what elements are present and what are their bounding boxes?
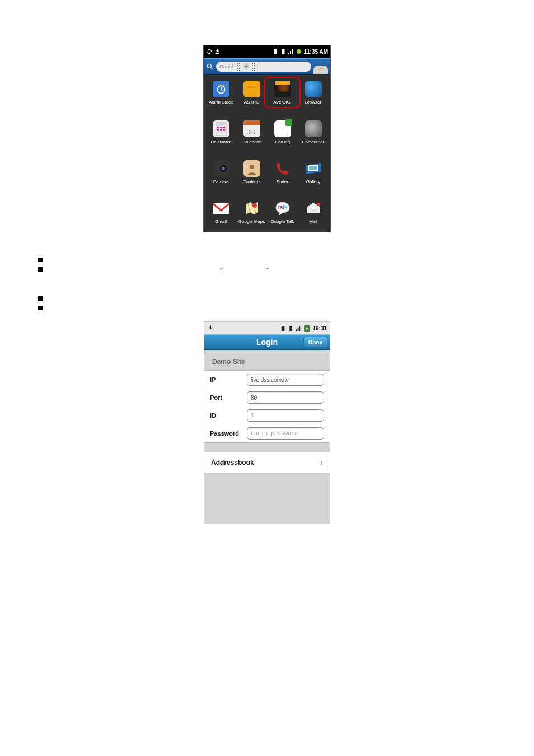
- battery-icon: [288, 325, 294, 332]
- svg-point-21: [252, 203, 257, 208]
- svg-rect-8: [220, 127, 222, 128]
- done-button[interactable]: Done: [303, 337, 327, 348]
- input-id[interactable]: 1: [247, 409, 324, 422]
- row-id: ID 1: [204, 407, 330, 424]
- login-form-screenshot: 19:31 Login Done Demo Site IP live.dss.c…: [204, 321, 330, 524]
- bullet-item: [38, 256, 534, 262]
- login-title-bar: Login Done: [204, 334, 330, 350]
- calculator-icon: [213, 120, 229, 137]
- search-bar[interactable]: Googl: [204, 58, 330, 75]
- app-label: Browser: [305, 100, 321, 105]
- app-label: Google Talk: [270, 219, 294, 224]
- gallery-icon: [305, 160, 322, 177]
- svg-text:talk: talk: [278, 204, 288, 211]
- app-label: Contacts: [243, 179, 261, 184]
- sync-icon: [206, 48, 213, 55]
- login-form-body: Demo Site IP live.dss.com.tw Port 80 ID …: [204, 350, 330, 524]
- app-calculator[interactable]: Calculator: [206, 120, 236, 144]
- app-call-log[interactable]: Call log: [268, 120, 297, 144]
- app-google-maps[interactable]: Google Maps: [237, 200, 266, 224]
- quote-open: “: [220, 267, 222, 274]
- title-text: Login: [256, 338, 278, 347]
- app-label: Gmail: [215, 219, 227, 224]
- averdigi-banner: MViewer: [275, 81, 290, 85]
- averdigi-icon: MViewer: [274, 81, 291, 97]
- sim-icon: [280, 325, 286, 332]
- calendar-day: 28: [243, 129, 260, 136]
- globe-icon: [305, 81, 322, 97]
- label-id: ID: [210, 412, 242, 419]
- app-gmail[interactable]: Gmail: [206, 200, 236, 224]
- app-contacts[interactable]: Contacts: [237, 160, 266, 184]
- instruction-bullets: “ ”: [38, 256, 534, 310]
- svg-rect-7: [217, 127, 219, 128]
- app-label: ASTRO: [244, 100, 260, 105]
- app-label: AVerDiGi: [273, 100, 291, 105]
- row-port: Port 80: [204, 389, 330, 407]
- svg-point-17: [250, 165, 254, 169]
- app-alarm-clock[interactable]: Alarm Clock: [206, 81, 236, 105]
- gps-icon: [296, 48, 302, 55]
- sim-icon: [272, 48, 279, 55]
- bullet-icon: [38, 296, 43, 301]
- bullet-icon: [38, 306, 43, 310]
- app-dialer[interactable]: Dialer: [268, 160, 297, 184]
- app-grid: Alarm Clock ASTRO MViewer AVerDiGi B: [204, 75, 330, 232]
- google-talk-icon: talk: [274, 200, 291, 217]
- app-camera[interactable]: Camera: [206, 160, 236, 184]
- svg-point-0: [297, 49, 301, 54]
- svg-rect-11: [220, 129, 222, 131]
- status-bar: 19:31: [204, 321, 330, 334]
- camcorder-icon: [305, 120, 322, 137]
- home-tab-icon[interactable]: [313, 66, 328, 74]
- app-averdigi[interactable]: MViewer AVerDiGi: [266, 80, 298, 106]
- calendar-icon: 28: [243, 120, 260, 137]
- app-label: Mail: [309, 219, 317, 224]
- folder-icon: [243, 81, 260, 97]
- app-calendar[interactable]: 28 Calendar: [237, 120, 266, 144]
- input-password[interactable]: Login password: [247, 427, 324, 440]
- gmail-icon: [213, 200, 229, 217]
- row-ip: IP live.dss.com.tw: [204, 371, 330, 389]
- app-gallery[interactable]: Gallery: [298, 160, 328, 184]
- addressbook-row[interactable]: Addressbook ›: [204, 452, 330, 473]
- input-port[interactable]: 80: [247, 391, 324, 404]
- search-input[interactable]: Googl: [216, 62, 311, 72]
- download-icon: [207, 325, 214, 332]
- android-app-drawer-screenshot: 11:35 AM Googl: [203, 45, 331, 232]
- svg-point-23: [317, 203, 320, 206]
- section-demo-site: Demo Site: [204, 350, 330, 370]
- app-label: Dialer: [277, 179, 288, 184]
- label-password: Password: [210, 430, 242, 437]
- bullet-icon: [38, 258, 43, 262]
- input-ip[interactable]: live.dss.com.tw: [247, 374, 324, 386]
- label-port: Port: [210, 394, 242, 401]
- search-icon: [206, 63, 214, 71]
- signal-icon: [296, 325, 302, 332]
- bullet-item: [38, 295, 534, 301]
- svg-rect-19: [309, 166, 317, 170]
- label-ip: IP: [210, 376, 242, 383]
- app-mail[interactable]: Mail: [298, 200, 328, 224]
- app-label: Camcorder: [302, 139, 325, 144]
- login-form-panel: IP live.dss.com.tw Port 80 ID 1 Password…: [204, 370, 330, 443]
- svg-rect-10: [217, 129, 219, 131]
- app-camcorder[interactable]: Camcorder: [298, 120, 328, 144]
- svg-rect-6: [217, 123, 225, 126]
- search-placeholder: Googl: [219, 64, 233, 69]
- row-password: Password Login password: [204, 424, 330, 442]
- maps-icon: [243, 200, 260, 217]
- download-icon: [214, 48, 221, 55]
- bullet-item: [38, 304, 534, 310]
- app-label: Google Maps: [238, 219, 265, 224]
- app-google-talk[interactable]: talk Google Talk: [268, 200, 297, 224]
- status-bar: 11:35 AM: [204, 45, 330, 58]
- app-label: Calendar: [242, 139, 260, 144]
- app-browser[interactable]: Browser: [298, 81, 328, 105]
- app-label: Alarm Clock: [209, 100, 233, 105]
- svg-rect-12: [223, 129, 225, 131]
- app-astro[interactable]: ASTRO: [237, 81, 266, 105]
- call-log-icon: [274, 120, 291, 137]
- drag-dots-icon: [235, 63, 241, 71]
- app-label: Call log: [275, 139, 290, 144]
